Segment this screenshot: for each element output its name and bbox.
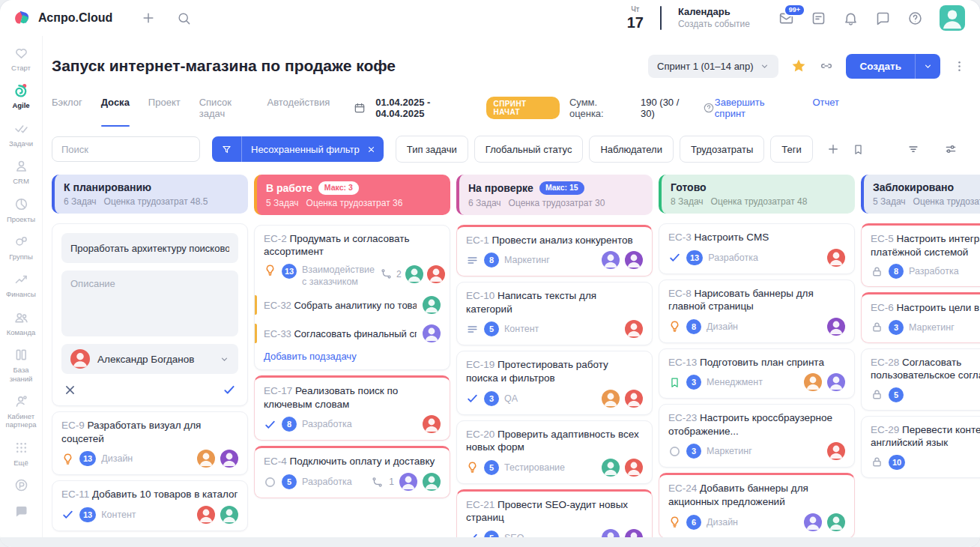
subtask-row[interactable]: ЕС-32 Собрать аналитику по това... <box>255 291 450 316</box>
new-task-form[interactable]: Александр Богданов <box>52 223 248 406</box>
task-card[interactable]: ЕС-2 Продумать и согласовать ассортимент… <box>254 225 450 371</box>
column-stats: 6 ЗадачОценка трудозатрат 30 <box>468 198 644 208</box>
subtask-row[interactable]: ЕС-33 Согласовать финальный сп... <box>255 319 450 345</box>
column-estimate: Оценка трудозатрат 36 <box>306 198 403 208</box>
save-filter-icon[interactable] <box>852 143 865 156</box>
today-date[interactable]: Чт 17 <box>627 6 644 30</box>
task-card[interactable]: ЕС-17 Реализовать поиск по ключевым слов… <box>254 375 450 441</box>
clear-filter-button[interactable] <box>364 145 384 154</box>
tab-task-list[interactable]: Список задач <box>199 97 249 127</box>
assignee-select[interactable]: Александр Богданов <box>61 344 238 374</box>
task-card[interactable]: ЕС-11 Добавить 10 товаров в каталог13Кон… <box>52 480 248 531</box>
column-header-to-plan[interactable]: К планированию6 ЗадачОценка трудозатрат … <box>52 175 248 214</box>
tab-board[interactable]: Доска <box>101 97 130 127</box>
column-header-in-progress[interactable]: В работеМакс: 35 ЗадачОценка трудозатрат… <box>254 175 450 215</box>
task-card[interactable]: ЕС-1 Провести анализ конкурентов8Маркети… <box>456 225 653 277</box>
notifications-icon[interactable] <box>843 10 859 26</box>
global-search-icon[interactable] <box>177 11 191 25</box>
sidebar-item-support-chat[interactable] <box>0 504 42 519</box>
sidebar-item-partner-cabinet[interactable]: Кабинет партнера <box>0 393 42 429</box>
ring-icon <box>264 476 276 489</box>
board-tools <box>907 142 958 156</box>
board-settings-icon[interactable] <box>944 142 958 156</box>
task-card[interactable]: ЕС-10 Написать тексты для категорий5Конт… <box>456 282 653 345</box>
sidebar-item-more[interactable]: Ещё <box>0 440 42 467</box>
sidebar-item-start[interactable]: Старт <box>0 45 42 72</box>
assignee-avatar <box>804 513 822 531</box>
add-subtask-link[interactable]: Добавить подзадачу <box>264 351 357 362</box>
create-dropdown-caret[interactable] <box>916 54 940 79</box>
create-button[interactable]: Создать <box>846 54 940 79</box>
main-shell: СтартAgileЗадачиCRMПроектыГруппыФинансыК… <box>0 36 980 547</box>
task-card[interactable]: ЕС-3 Настроить CMS13Разработка <box>659 223 855 274</box>
active-filter-chip[interactable]: Несохраненный фильтр <box>212 136 384 162</box>
report-link[interactable]: Отчет <box>812 97 839 119</box>
new-task-title-input[interactable] <box>61 233 238 263</box>
estimate-help-icon[interactable] <box>703 102 715 114</box>
sidebar-item-label: Финансы <box>4 290 37 298</box>
calendar-widget[interactable]: Календарь Создать событие <box>678 6 750 30</box>
assignee-avatar <box>220 450 238 468</box>
filter-chip-task-type[interactable]: Тип задачи <box>396 136 468 163</box>
tab-project[interactable]: Проект <box>148 97 181 127</box>
messages-icon[interactable]: 99+ <box>778 10 794 26</box>
sort-icon[interactable] <box>907 142 920 156</box>
column-header-blocked[interactable]: Заблокировано5 ЗадачОценка трудозатрат <box>861 175 980 214</box>
add-filter-icon[interactable] <box>826 142 840 156</box>
sidebar-item-partner-program[interactable] <box>0 477 42 493</box>
filter-chip-global-status[interactable]: Глобальный статус <box>474 136 584 163</box>
copy-link-icon[interactable] <box>819 58 834 73</box>
task-card[interactable]: ЕС-29 Перевести контент на английский яз… <box>861 416 980 478</box>
task-card[interactable]: ЕС-9 Разработать визуал для соцсетей13Ди… <box>52 411 248 475</box>
books-icon <box>13 347 29 363</box>
sidebar-item-agile[interactable]: Agile <box>0 82 42 109</box>
cancel-icon[interactable] <box>64 384 76 396</box>
filter-chip-tags[interactable]: Теги <box>770 136 812 163</box>
task-card[interactable]: ЕС-6 Настроить цели в3Маркетинг <box>861 292 980 343</box>
favorite-star-icon[interactable] <box>790 58 807 74</box>
sidebar-item-groups[interactable]: Группы <box>0 234 42 261</box>
tab-automations[interactable]: Автодействия <box>267 97 330 127</box>
confirm-icon[interactable] <box>223 383 236 396</box>
help-icon[interactable] <box>907 10 923 26</box>
pie-icon <box>13 196 29 212</box>
sidebar-item-tasks[interactable]: Задачи <box>0 121 42 148</box>
assignee-avatar <box>625 251 643 269</box>
sidebar-item-team[interactable]: Команда <box>0 309 42 336</box>
task-card[interactable]: ЕС-28 Согласовать пользовательское согла… <box>861 348 980 411</box>
task-card[interactable]: ЕС-20 Проверить адаптивность всех новых … <box>456 420 653 484</box>
tab-backlog[interactable]: Бэклог <box>52 97 82 127</box>
filter-chip-watchers[interactable]: Наблюдатели <box>589 136 674 163</box>
column-cards: ЕС-3 Настроить CMS13РазработкаЕС-8 Нарис… <box>659 223 855 547</box>
sidebar-item-projects[interactable]: Проекты <box>0 196 42 223</box>
user-avatar[interactable] <box>940 5 965 31</box>
points-badge: 5 <box>282 474 297 489</box>
sidebar-item-crm[interactable]: CRM <box>0 158 42 185</box>
brand[interactable]: Аспро.Cloud <box>12 8 112 28</box>
new-task-description-input[interactable] <box>61 271 238 336</box>
more-options-icon[interactable] <box>952 59 967 73</box>
column-task-count: 6 Задач <box>64 196 97 207</box>
assignee-avatar <box>602 390 620 408</box>
quick-add-icon[interactable] <box>141 10 156 25</box>
sidebar-item-finance[interactable]: Финансы <box>0 271 42 298</box>
bookmark-icon <box>668 376 681 389</box>
column-header-review[interactable]: На проверкеМакс: 156 ЗадачОценка трудоза… <box>456 175 653 215</box>
sidebar-item-knowledge-base[interactable]: База знаний <box>0 347 42 383</box>
notes-icon[interactable] <box>811 10 826 26</box>
tabs: БэклогДоскаПроектСписок задачАвтодействи… <box>52 97 330 127</box>
task-card[interactable]: ЕС-19 Протестировать работу поиска и фил… <box>456 351 653 414</box>
filter-chip-time-costs[interactable]: Трудозатраты <box>680 136 764 163</box>
finish-sprint-link[interactable]: Завершить спринт <box>715 97 793 119</box>
sprint-select[interactable]: Спринт 1 (01–14 апр) <box>648 55 778 78</box>
task-card[interactable]: ЕС-4 Подключить оплату и доставку5Разраб… <box>254 446 450 498</box>
task-card[interactable]: ЕС-8 Нарисовать баннеры для главной стра… <box>659 279 855 343</box>
search-input[interactable] <box>52 136 200 162</box>
column-header-done[interactable]: Готово8 ЗадачОценка трудозатрат 48 <box>659 175 855 214</box>
task-card[interactable]: ЕС-23 Настроить кроссбраузерное отображе… <box>659 404 855 468</box>
task-card[interactable]: ЕС-24 Добавить баннеры для акционных пре… <box>659 473 855 538</box>
chat-icon[interactable] <box>875 10 891 26</box>
task-card[interactable]: ЕС-13 Подготовить план спринта3Менеджмен… <box>659 348 855 399</box>
task-card[interactable]: ЕС-5 Настроить интеграцию с платёжной си… <box>861 223 980 287</box>
column-title-row: К планированию <box>64 181 239 193</box>
